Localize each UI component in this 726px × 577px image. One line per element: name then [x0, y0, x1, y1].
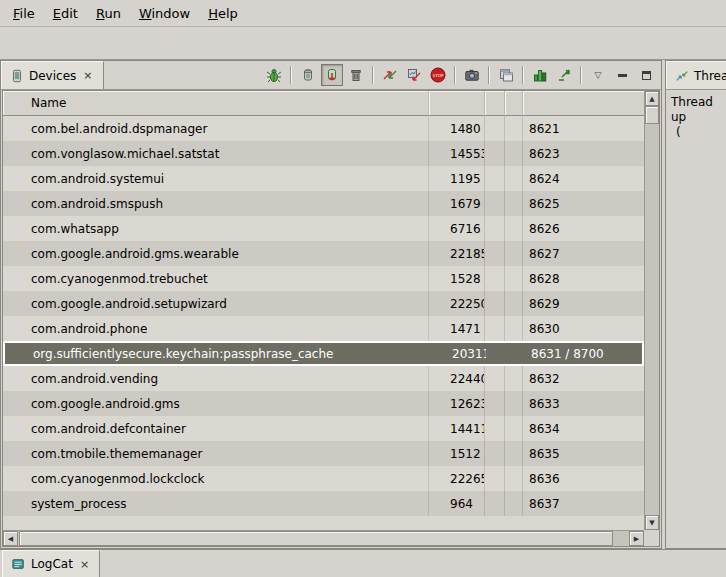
process-pid: 1512 [429, 441, 485, 466]
empty-cell [505, 191, 523, 216]
process-name: system_process [3, 491, 429, 516]
threads-tab-label: Threads [694, 69, 726, 83]
process-port: 8621 [523, 116, 644, 141]
process-pid: 6716 [429, 216, 485, 241]
table-row[interactable]: com.cyanogenmod.trebuchet 1528 8628 [3, 266, 644, 291]
table-row[interactable]: com.bel.android.dspmanager 1480 8621 [3, 116, 644, 141]
process-pid: 1195 [429, 166, 485, 191]
table-row[interactable]: system_process 964 8637 [3, 491, 644, 516]
column-header-pid [429, 91, 485, 116]
table-row[interactable]: com.google.android.gms 12623 8633 [3, 391, 644, 416]
empty-cell [485, 316, 505, 341]
table-row[interactable]: com.tmobile.thememanager 1512 8635 [3, 441, 644, 466]
tab-threads[interactable]: Threads [666, 61, 726, 89]
table-row[interactable]: com.vonglasow.michael.satstat 14553 8623 [3, 141, 644, 166]
table-row[interactable]: com.android.defcontainer 14411 8634 [3, 416, 644, 441]
process-pid: 20311 [431, 343, 487, 364]
table-row[interactable]: com.android.phone 1471 8630 [3, 316, 644, 341]
table-row[interactable]: com.google.android.setupwizard 22250 862… [3, 291, 644, 316]
toolbar-separator [372, 66, 374, 84]
empty-cell [485, 416, 505, 441]
empty-cell [505, 441, 523, 466]
process-pid: 12623 [429, 391, 485, 416]
cause-gc-icon[interactable] [345, 64, 367, 86]
tab-logcat[interactable]: LogCat × [2, 550, 100, 577]
empty-cell [485, 241, 505, 266]
scroll-left-icon[interactable]: ◀ [3, 531, 18, 546]
menu-file[interactable]: File [4, 2, 44, 25]
empty-cell [485, 466, 505, 491]
menu-run[interactable]: Run [87, 2, 130, 25]
process-port: 8636 [523, 466, 644, 491]
heap-updates-icon[interactable] [553, 64, 575, 86]
process-port: 8629 [523, 291, 644, 316]
update-heap-icon[interactable] [297, 64, 319, 86]
process-name: com.android.defcontainer [3, 416, 429, 441]
empty-cell [505, 391, 523, 416]
update-threads-icon[interactable] [379, 64, 401, 86]
menu-edit[interactable]: Edit [44, 2, 87, 25]
scroll-right-icon[interactable]: ▶ [629, 531, 644, 546]
view-hierarchy-icon[interactable] [495, 64, 517, 86]
threads-tab-icon [675, 69, 689, 83]
menu-window[interactable]: Window [130, 2, 199, 25]
empty-cell [485, 291, 505, 316]
column-header-blank1 [485, 91, 505, 116]
process-name: com.google.android.setupwizard [3, 291, 429, 316]
process-pid: 1471 [429, 316, 485, 341]
process-port: 8634 [523, 416, 644, 441]
table-row[interactable]: org.sufficientlysecure.keychain:passphra… [3, 341, 644, 366]
devices-tab-close-icon[interactable]: × [81, 69, 94, 82]
tab-devices[interactable]: Devices × [1, 61, 104, 89]
table-row[interactable]: com.android.vending 22440 8632 [3, 366, 644, 391]
view-menu-icon[interactable]: ▽ [587, 64, 609, 86]
column-header-blank2 [505, 91, 523, 116]
threads-message: Thread up( [666, 90, 726, 548]
process-name: com.android.smspush [3, 191, 429, 216]
vertical-scrollbar[interactable]: ▲ ▼ [644, 91, 659, 530]
horizontal-scroll-thumb[interactable] [19, 531, 613, 546]
thread-updates-icon[interactable] [529, 64, 551, 86]
process-pid: 964 [429, 491, 485, 516]
empty-cell [485, 116, 505, 141]
empty-cell [505, 291, 523, 316]
table-row[interactable]: com.android.systemui 1195 8624 [3, 166, 644, 191]
minimize-icon[interactable] [611, 64, 633, 86]
empty-cell [505, 216, 523, 241]
logcat-tab-close-icon[interactable]: × [78, 558, 91, 571]
devices-tab-label: Devices [29, 69, 76, 83]
scroll-down-icon[interactable]: ▼ [645, 515, 659, 530]
empty-cell [505, 116, 523, 141]
logcat-tab-label: LogCat [31, 557, 73, 571]
empty-cell [485, 441, 505, 466]
view-menu-chevron: ▽ [595, 70, 602, 80]
empty-cell [487, 343, 507, 364]
process-port: 8626 [523, 216, 644, 241]
process-port: 8625 [523, 191, 644, 216]
vertical-scroll-thumb[interactable] [645, 106, 659, 124]
empty-cell [505, 466, 523, 491]
stop-process-icon[interactable]: STOP [427, 64, 449, 86]
table-row[interactable]: com.whatsapp 6716 8626 [3, 216, 644, 241]
table-row[interactable]: com.cyanogenmod.lockclock 22265 8636 [3, 466, 644, 491]
screen-capture-icon[interactable] [461, 64, 483, 86]
process-pid: 1679 [429, 191, 485, 216]
debug-process-icon[interactable] [263, 64, 285, 86]
dump-hprof-icon[interactable] [321, 64, 343, 86]
menu-bar: File Edit Run Window Help [0, 0, 726, 26]
empty-cell [505, 166, 523, 191]
column-header-name: Name [3, 91, 429, 116]
maximize-icon[interactable] [635, 64, 657, 86]
process-pid: 22250 [429, 291, 485, 316]
method-profiling-icon[interactable] [403, 64, 425, 86]
table-row[interactable]: com.google.android.gms.wearable 22185 86… [3, 241, 644, 266]
process-name: com.android.vending [3, 366, 429, 391]
horizontal-scrollbar[interactable]: ◀ ▶ [3, 530, 644, 546]
menu-help[interactable]: Help [199, 2, 247, 25]
scroll-up-icon[interactable]: ▲ [645, 91, 659, 106]
process-name: org.sufficientlysecure.keychain:passphra… [5, 343, 431, 364]
table-row[interactable]: com.android.smspush 1679 8625 [3, 191, 644, 216]
empty-cell [505, 416, 523, 441]
process-name: com.cyanogenmod.lockclock [3, 466, 429, 491]
toolbar-separator [454, 66, 456, 84]
